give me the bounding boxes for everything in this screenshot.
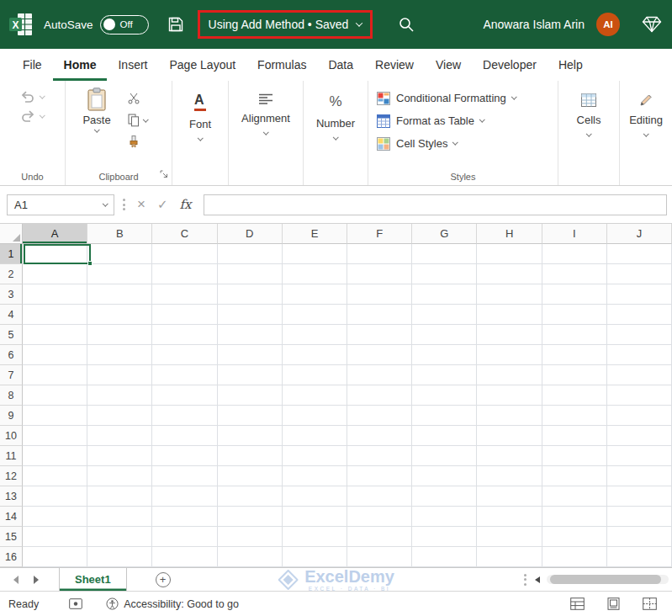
- cell-A14[interactable]: [23, 507, 87, 527]
- cell-B7[interactable]: [87, 365, 152, 385]
- menu-tab-developer[interactable]: Developer: [472, 49, 548, 81]
- cell-C13[interactable]: [152, 486, 217, 507]
- cell-H2[interactable]: [477, 264, 542, 284]
- cell-B14[interactable]: [87, 507, 152, 527]
- formula-input[interactable]: [204, 194, 667, 215]
- cell-F15[interactable]: [347, 527, 412, 547]
- cell-G8[interactable]: [412, 385, 477, 406]
- cell-J6[interactable]: [607, 345, 672, 365]
- cell-C3[interactable]: [152, 284, 217, 305]
- cell-E14[interactable]: [283, 507, 347, 527]
- row-header-7[interactable]: 7: [0, 365, 23, 385]
- cell-B9[interactable]: [87, 406, 152, 426]
- cell-E5[interactable]: [283, 325, 347, 345]
- cell-A5[interactable]: [23, 325, 87, 345]
- row-header-2[interactable]: 2: [0, 264, 23, 284]
- cell-J11[interactable]: [607, 446, 672, 466]
- cell-H9[interactable]: [477, 406, 542, 426]
- cell-E13[interactable]: [283, 486, 347, 507]
- menu-tab-data[interactable]: Data: [317, 49, 364, 81]
- cell-A2[interactable]: [23, 264, 87, 284]
- cell-D12[interactable]: [218, 466, 283, 486]
- document-title-button[interactable]: Using Add Method • Saved: [200, 13, 371, 36]
- cell-C1[interactable]: [152, 244, 217, 264]
- cell-E2[interactable]: [283, 264, 347, 284]
- cell-G6[interactable]: [412, 345, 477, 365]
- cell-C14[interactable]: [152, 507, 217, 527]
- cell-F10[interactable]: [347, 426, 412, 446]
- menu-tab-file[interactable]: File: [12, 49, 53, 81]
- cell-C16[interactable]: [152, 547, 217, 567]
- cell-J14[interactable]: [607, 507, 672, 527]
- cell-E1[interactable]: [283, 244, 347, 264]
- cell-D6[interactable]: [218, 345, 283, 365]
- cell-D16[interactable]: [218, 547, 283, 567]
- cell-A8[interactable]: [23, 385, 87, 406]
- cell-G12[interactable]: [412, 466, 477, 486]
- cell-D4[interactable]: [218, 305, 283, 325]
- cell-A13[interactable]: [23, 486, 87, 507]
- cell-B11[interactable]: [87, 446, 152, 466]
- cell-D2[interactable]: [218, 264, 283, 284]
- cell-G16[interactable]: [412, 547, 477, 567]
- cell-H15[interactable]: [477, 527, 542, 547]
- cell-H10[interactable]: [477, 426, 542, 446]
- cell-J7[interactable]: [607, 365, 672, 385]
- row-header-6[interactable]: 6: [0, 345, 23, 365]
- cell-I4[interactable]: [542, 305, 607, 325]
- cell-I10[interactable]: [542, 426, 607, 446]
- cell-D3[interactable]: [218, 284, 283, 305]
- cell-A3[interactable]: [23, 284, 87, 305]
- cell-F13[interactable]: [347, 486, 412, 507]
- row-header-12[interactable]: 12: [0, 466, 23, 486]
- cell-C8[interactable]: [152, 385, 217, 406]
- cell-A15[interactable]: [23, 527, 87, 547]
- cell-G14[interactable]: [412, 507, 477, 527]
- cell-G7[interactable]: [412, 365, 477, 385]
- page-break-view-icon[interactable]: [643, 597, 657, 610]
- cell-E12[interactable]: [283, 466, 347, 486]
- cell-E7[interactable]: [283, 365, 347, 385]
- cell-F7[interactable]: [347, 365, 412, 385]
- cell-A12[interactable]: [23, 466, 87, 486]
- cell-I15[interactable]: [542, 527, 607, 547]
- cell-J1[interactable]: [607, 244, 672, 264]
- cell-G1[interactable]: [412, 244, 477, 264]
- cell-G2[interactable]: [412, 264, 477, 284]
- cell-F3[interactable]: [347, 284, 412, 305]
- cancel-icon[interactable]: ×: [137, 196, 146, 213]
- column-header-D[interactable]: D: [218, 224, 283, 244]
- cell-J4[interactable]: [607, 305, 672, 325]
- menu-tab-view[interactable]: View: [425, 49, 472, 81]
- cell-B10[interactable]: [87, 426, 152, 446]
- cell-G11[interactable]: [412, 446, 477, 466]
- select-all-button[interactable]: [0, 224, 23, 244]
- cell-J5[interactable]: [607, 325, 672, 345]
- cell-A1[interactable]: [23, 244, 87, 264]
- cell-J3[interactable]: [607, 284, 672, 305]
- menu-tab-insert[interactable]: Insert: [107, 49, 158, 81]
- cell-J12[interactable]: [607, 466, 672, 486]
- row-header-1[interactable]: 1: [0, 244, 23, 264]
- menu-tab-formulas[interactable]: Formulas: [246, 49, 317, 81]
- column-header-F[interactable]: F: [347, 224, 412, 244]
- undo-button[interactable]: [20, 91, 45, 103]
- column-header-J[interactable]: J: [607, 224, 672, 244]
- cell-F4[interactable]: [347, 305, 412, 325]
- cell-G10[interactable]: [412, 426, 477, 446]
- cell-B8[interactable]: [87, 385, 152, 406]
- cell-I2[interactable]: [542, 264, 607, 284]
- format-painter-button[interactable]: [128, 133, 148, 151]
- cell-H4[interactable]: [477, 305, 542, 325]
- cell-H14[interactable]: [477, 507, 542, 527]
- cell-H13[interactable]: [477, 486, 542, 507]
- cell-G5[interactable]: [412, 325, 477, 345]
- cell-J2[interactable]: [607, 264, 672, 284]
- cell-H1[interactable]: [477, 244, 542, 264]
- cell-H3[interactable]: [477, 284, 542, 305]
- cell-C2[interactable]: [152, 264, 217, 284]
- sheet-nav-right-icon[interactable]: [34, 576, 39, 584]
- cell-E16[interactable]: [283, 547, 347, 567]
- cell-E9[interactable]: [283, 406, 347, 426]
- cell-A10[interactable]: [23, 426, 87, 446]
